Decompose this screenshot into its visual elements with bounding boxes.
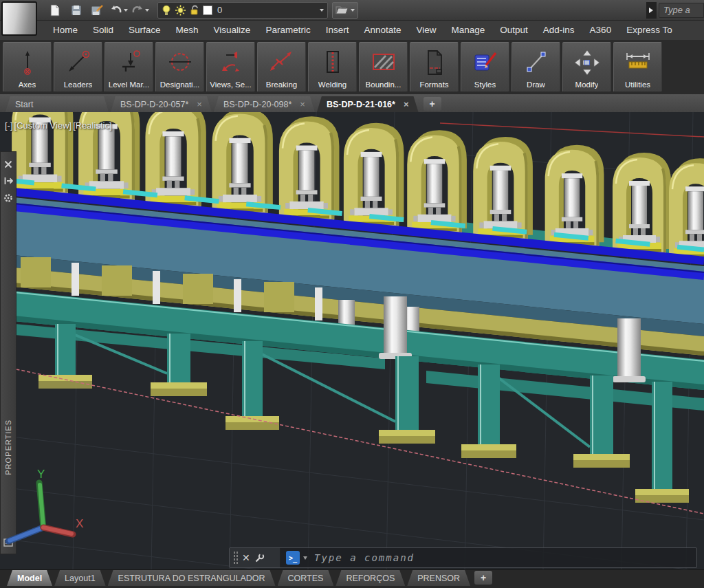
panel-bounding[interactable]: Boundin... xyxy=(359,42,408,92)
layout-tab-prensor[interactable]: PRENSOR xyxy=(407,570,470,586)
panel-axes[interactable]: Axes xyxy=(3,42,52,92)
file-tab-bar: Start BS-DP-D-20-057*× BS-DP-D-20-098*× … xyxy=(0,94,704,112)
undo-icon xyxy=(109,5,122,16)
command-line-handle[interactable]: ✕ xyxy=(230,548,280,567)
panel-formats[interactable]: Formats xyxy=(410,42,459,92)
panel-breaking[interactable]: Breaking xyxy=(257,42,306,92)
layer-dropdown[interactable]: 0 xyxy=(157,2,328,19)
views-sections-icon xyxy=(218,49,244,76)
layout-tab-estrutura-do-estrangulador[interactable]: ESTRUTURA DO ESTRANGULADOR xyxy=(108,570,276,586)
open-folder-button[interactable] xyxy=(332,2,358,19)
save-icon xyxy=(70,4,82,17)
tab-a360[interactable]: A360 xyxy=(582,21,619,40)
application-menu-button[interactable] xyxy=(1,1,37,36)
redo-dropdown-caret[interactable] xyxy=(145,9,149,14)
unlock-icon xyxy=(190,5,200,16)
panel-leaders[interactable]: Leaders xyxy=(54,42,102,92)
command-input[interactable] xyxy=(314,552,696,563)
redo-button[interactable] xyxy=(131,2,149,19)
save-as-button[interactable] xyxy=(88,2,107,19)
file-tab-bs-dp-d-21-016[interactable]: BS-DP-D-21-016*× xyxy=(317,96,419,112)
auto-hide-icon[interactable] xyxy=(4,177,13,185)
ucs-x-label: X xyxy=(76,517,83,530)
panel-styles[interactable]: Styles xyxy=(461,42,509,92)
new-drawing-tab-button[interactable]: + xyxy=(424,97,441,111)
folder-dropdown-caret[interactable] xyxy=(351,9,355,14)
viewport-label: [-] [Custom View] [Realistic] xyxy=(4,120,113,131)
panel-draw[interactable]: Draw xyxy=(512,42,560,92)
tab-visualize[interactable]: Visualize xyxy=(206,21,258,40)
panel-level-marks[interactable]: Level Mar... xyxy=(104,42,153,92)
tab-add-ins[interactable]: Add-ins xyxy=(536,21,582,40)
autocad-window: 0 Home Solid Surface Mesh Visualize Para… xyxy=(0,0,704,588)
tab-solid[interactable]: Solid xyxy=(85,21,121,40)
level-mark-icon xyxy=(117,49,142,76)
layout-tab-model[interactable]: Model xyxy=(7,570,52,586)
modify-icon xyxy=(573,49,601,76)
palette-settings-icon[interactable] xyxy=(3,193,13,203)
close-command-line-icon[interactable]: ✕ xyxy=(242,552,250,563)
tab-insert[interactable]: Insert xyxy=(318,21,357,40)
tab-output[interactable]: Output xyxy=(492,21,536,40)
tab-surface[interactable]: Surface xyxy=(121,21,168,40)
panel-welding[interactable]: Welding xyxy=(308,42,357,92)
welding-icon xyxy=(322,49,344,76)
file-tab-start[interactable]: Start xyxy=(6,96,109,112)
layer-name: 0 xyxy=(217,5,222,15)
layout-tab-reforcos[interactable]: REFORÇOS xyxy=(336,570,405,586)
viewport-visual-style-menu[interactable]: [Realistic] xyxy=(72,120,112,131)
redo-icon xyxy=(131,5,144,16)
panel-designations[interactable]: Designati... xyxy=(155,42,204,92)
breaking-icon xyxy=(268,49,296,76)
undo-button[interactable] xyxy=(109,2,128,19)
panel-views-sections[interactable]: Views, Se... xyxy=(206,42,255,92)
drag-grip-icon[interactable] xyxy=(233,551,239,565)
tab-express-tools[interactable]: Express To xyxy=(619,21,680,40)
layout-tab-layout1[interactable]: Layout1 xyxy=(54,570,105,586)
panel-utilities[interactable]: Utilities xyxy=(613,42,662,92)
viewport-view-menu[interactable]: [Custom View] xyxy=(14,120,73,131)
open-folder-icon xyxy=(336,5,349,15)
close-tab-icon[interactable]: × xyxy=(404,100,409,109)
tab-mesh[interactable]: Mesh xyxy=(168,21,206,40)
viewport-controls-menu[interactable]: [-] xyxy=(4,120,14,131)
lightbulb-icon xyxy=(162,5,171,16)
ribbon-panel-row: Axes Leaders Level Mar... Designati... V… xyxy=(0,40,704,94)
panel-modify[interactable]: Modify xyxy=(562,42,611,92)
close-palette-icon[interactable] xyxy=(4,160,12,168)
tab-home[interactable]: Home xyxy=(45,21,85,40)
file-tab-bs-dp-d-20-057[interactable]: BS-DP-D-20-057*× xyxy=(111,96,212,112)
axes-icon xyxy=(15,49,40,76)
undo-dropdown-caret[interactable] xyxy=(124,9,128,14)
new-file-icon xyxy=(49,4,61,17)
layout-tab-bar: Model Layout1 ESTRUTURA DO ESTRANGULADOR… xyxy=(0,569,704,588)
command-line[interactable]: ✕ >_ xyxy=(229,547,697,568)
close-tab-icon[interactable]: × xyxy=(197,100,202,109)
tab-manage[interactable]: Manage xyxy=(444,21,493,40)
layer-dropdown-caret[interactable] xyxy=(320,9,324,14)
search-input[interactable] xyxy=(659,3,704,18)
expand-toolbar-button[interactable] xyxy=(646,2,657,19)
file-tab-bs-dp-d-20-098[interactable]: BS-DP-D-20-098*× xyxy=(214,96,315,112)
save-button[interactable] xyxy=(67,2,85,19)
model-viewport[interactable]: [-] [Custom View] [Realistic] PROPERTIES xyxy=(0,112,704,569)
designation-icon xyxy=(166,49,194,76)
customize-wrench-icon[interactable] xyxy=(254,553,265,563)
layout-tab-cortes[interactable]: CORTES xyxy=(278,570,334,586)
formats-icon xyxy=(423,49,446,76)
leaders-icon xyxy=(66,49,91,76)
close-tab-icon[interactable]: × xyxy=(300,100,305,109)
bounding-icon xyxy=(369,49,398,76)
recent-commands-caret[interactable] xyxy=(303,556,307,562)
viewport-canvas[interactable] xyxy=(0,112,704,569)
new-file-button[interactable] xyxy=(45,2,64,19)
tab-view[interactable]: View xyxy=(408,21,443,40)
ucs-axes-icon[interactable]: Y X xyxy=(0,456,96,549)
tab-annotate[interactable]: Annotate xyxy=(356,21,408,40)
expand-arrow-icon xyxy=(649,8,656,13)
ribbon-tab-bar: Home Solid Surface Mesh Visualize Parame… xyxy=(0,21,704,40)
new-layout-button[interactable]: + xyxy=(474,571,492,585)
tab-parametric[interactable]: Parametric xyxy=(258,21,318,40)
draw-icon xyxy=(524,49,549,76)
sun-icon xyxy=(175,5,186,16)
